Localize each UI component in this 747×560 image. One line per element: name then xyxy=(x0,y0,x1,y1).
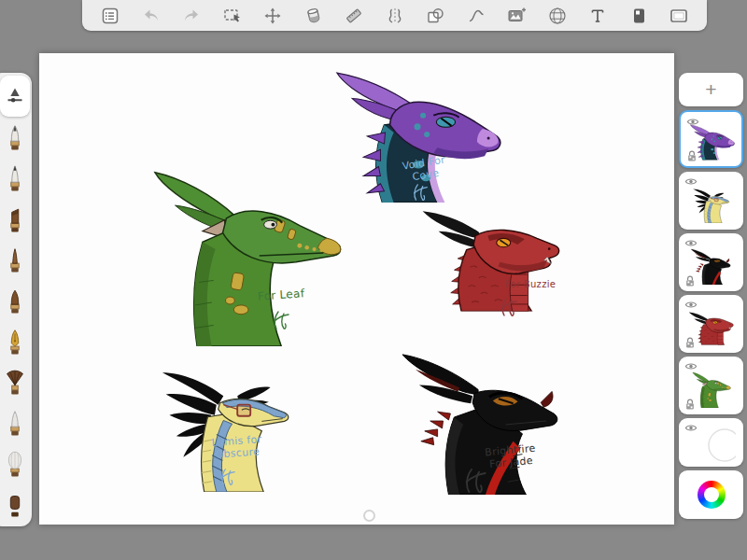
airbrush-icon xyxy=(4,408,26,436)
layer-brightfire-dragon[interactable] xyxy=(679,233,743,291)
layer-void-dragon[interactable] xyxy=(679,110,743,168)
import-image-icon xyxy=(506,6,527,26)
artist-signature xyxy=(218,467,237,487)
leaf-dragon-illustration xyxy=(142,163,353,346)
buzzie-dragon-illustration xyxy=(417,204,567,313)
symmetry-button[interactable] xyxy=(382,3,408,29)
redo-button[interactable] xyxy=(178,3,204,29)
artist-signature xyxy=(271,309,291,331)
mop-brush-icon xyxy=(4,449,26,477)
perspective-icon xyxy=(547,6,568,26)
alpha-lock-icon xyxy=(686,149,698,162)
layer-thumbnail xyxy=(687,186,736,223)
pencil-brush[interactable] xyxy=(0,117,30,158)
brush-settings-icon xyxy=(4,82,26,110)
round-brush-icon xyxy=(4,286,26,314)
ink-pen-brush[interactable] xyxy=(0,320,30,361)
eraser-brush-icon xyxy=(4,489,26,517)
redo-icon xyxy=(181,6,202,26)
layer-background[interactable] xyxy=(679,418,743,467)
predictive-stroke-button[interactable] xyxy=(463,3,489,29)
fill-button[interactable] xyxy=(301,3,327,29)
artwork-caption-lumis: Lumis for Obscure xyxy=(199,433,275,462)
undo-icon xyxy=(141,6,162,26)
layer-buzzie-dragon[interactable] xyxy=(679,295,743,353)
mop-brush[interactable] xyxy=(0,442,30,483)
layer-lumis-dragon[interactable] xyxy=(679,172,743,230)
alpha-lock-icon xyxy=(684,336,696,349)
add-layer-button[interactable]: + xyxy=(679,73,743,106)
hard-pencil-brush[interactable] xyxy=(0,157,30,198)
alpha-lock-icon xyxy=(684,398,696,411)
guides-icon xyxy=(344,6,364,26)
color-wheel-button[interactable] xyxy=(698,481,726,509)
layer-list xyxy=(679,110,743,467)
artist-signature xyxy=(461,466,489,496)
shapes-icon xyxy=(425,6,445,26)
chisel-marker-brush[interactable] xyxy=(0,198,30,239)
eraser-brush[interactable] xyxy=(0,483,30,524)
ink-pen-brush-icon xyxy=(4,327,26,355)
transform-icon xyxy=(262,6,283,26)
chisel-marker-brush-icon xyxy=(4,204,26,232)
perspective-button[interactable] xyxy=(544,3,571,29)
selection-button[interactable] xyxy=(219,3,246,29)
layer-leaf-dragon[interactable] xyxy=(679,357,743,414)
fan-brush-icon xyxy=(4,367,26,395)
artwork-caption-buzzie: For Buzzie xyxy=(497,279,564,290)
canvas-corner-handle[interactable] xyxy=(363,510,375,522)
hard-pencil-brush-icon xyxy=(4,163,26,191)
fullscreen-button[interactable] xyxy=(666,3,692,29)
predictive-stroke-icon xyxy=(466,6,486,26)
timelapse-button[interactable] xyxy=(626,3,652,29)
alpha-lock-icon xyxy=(684,274,696,287)
detail-brush-icon xyxy=(4,245,26,273)
symmetry-icon xyxy=(385,6,405,26)
color-puck-cell xyxy=(679,470,743,519)
timelapse-icon xyxy=(628,6,649,26)
transform-button[interactable] xyxy=(260,3,286,29)
pencil-brush-icon xyxy=(4,122,26,150)
airbrush[interactable] xyxy=(0,401,30,442)
round-brush[interactable] xyxy=(0,279,30,320)
fullscreen-icon xyxy=(669,6,689,26)
detail-brush[interactable] xyxy=(0,239,30,280)
menu-icon xyxy=(100,6,120,26)
artist-signature xyxy=(411,182,430,203)
import-image-button[interactable] xyxy=(503,3,529,29)
fan-brush[interactable] xyxy=(0,360,30,401)
text-button[interactable] xyxy=(585,3,611,29)
guides-button[interactable] xyxy=(341,3,367,29)
fill-icon xyxy=(303,6,324,26)
brush-palette xyxy=(0,73,32,526)
layer-thumbnail xyxy=(687,427,736,464)
artist-signature xyxy=(499,296,519,318)
undo-button[interactable] xyxy=(138,3,164,29)
selection-icon xyxy=(222,6,243,26)
layers-panel: + xyxy=(679,73,743,519)
drawing-canvas[interactable]: Void For Cove For Leaf For Buzzie Lumis … xyxy=(39,53,674,525)
text-icon xyxy=(587,6,608,26)
top-toolbar xyxy=(82,0,707,31)
shapes-button[interactable] xyxy=(422,3,448,29)
brush-settings[interactable] xyxy=(0,76,30,117)
menu-button[interactable] xyxy=(97,3,123,29)
